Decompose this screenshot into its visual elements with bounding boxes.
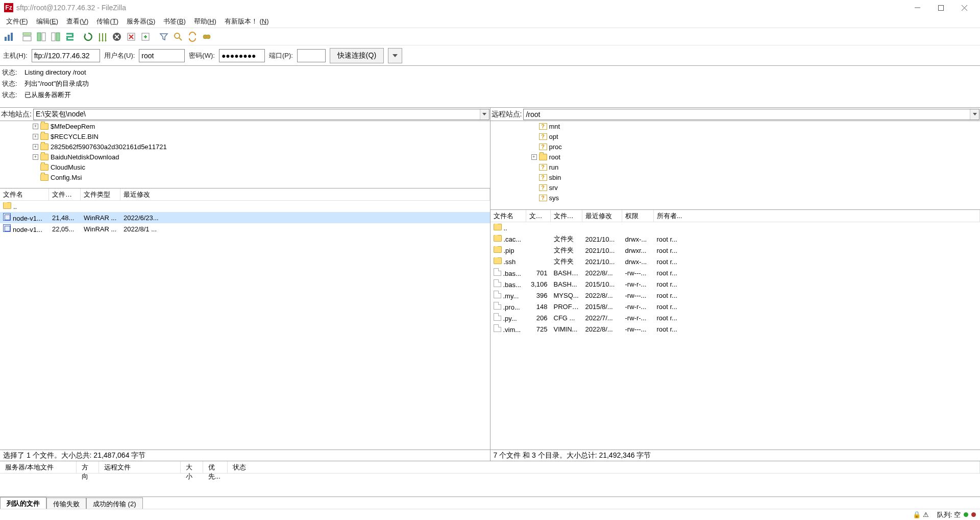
tree-item-label: Config.Msi (51, 174, 82, 181)
qcol-direction[interactable]: 方向 (77, 461, 99, 473)
message-log[interactable]: 状态:Listing directory /root状态:列出"/root"的目… (0, 65, 980, 107)
local-site-path[interactable]: E:\安装包\node\ (34, 110, 480, 119)
file-row[interactable]: node-v1...22,05...WinRAR ...2022/8/1 ... (0, 223, 490, 234)
tree-item[interactable]: ?sbin (491, 172, 981, 182)
qcol-file[interactable]: 服务器/本地文件 (0, 461, 77, 473)
file-row[interactable]: .. (0, 201, 490, 212)
quickconnect-history-button[interactable] (388, 48, 402, 63)
app-logo: Fz (4, 3, 13, 12)
svg-rect-4 (23, 33, 31, 35)
queue-body[interactable] (0, 474, 980, 497)
host-input[interactable] (32, 49, 100, 62)
tree-item[interactable]: CloudMusic (0, 162, 490, 172)
sync-browsing-button[interactable] (186, 30, 199, 43)
file-row[interactable]: node-v1...21,48...WinRAR ...2022/6/23... (0, 212, 490, 223)
expand-icon[interactable]: + (531, 154, 537, 160)
expand-icon[interactable]: + (33, 154, 38, 160)
tree-item[interactable]: +$MfeDeepRem (0, 121, 490, 131)
minimize-button[interactable] (905, 0, 929, 15)
menu-edit[interactable]: 编辑(E) (32, 16, 62, 27)
col-size[interactable]: 文件... (526, 210, 551, 222)
reconnect-button[interactable] (139, 30, 152, 43)
expand-icon[interactable]: + (33, 124, 38, 129)
cancel-button[interactable] (110, 30, 124, 43)
filter-button[interactable] (157, 30, 170, 43)
menu-help[interactable]: 帮助(H) (190, 16, 220, 27)
pass-input[interactable] (219, 49, 265, 62)
site-manager-button[interactable] (2, 30, 15, 43)
file-row[interactable]: .py...206CFG ...2022/7/...-rw-r-...root … (491, 312, 981, 323)
expand-icon[interactable]: + (33, 144, 38, 150)
disconnect-button[interactable] (125, 30, 138, 43)
menu-new-version[interactable]: 有新版本！ (N) (220, 16, 273, 27)
process-queue-button[interactable] (96, 30, 109, 43)
tree-item[interactable]: +BaiduNetdiskDownload (0, 152, 490, 162)
remote-filelist-body[interactable]: ...cac...文件夹2021/10...drwx-...root r....… (491, 222, 981, 450)
tree-item[interactable]: +root (491, 152, 981, 162)
tree-item[interactable]: +$RECYCLE.BIN (0, 131, 490, 141)
toggle-remotetree-button[interactable] (49, 30, 62, 43)
chevron-down-icon[interactable] (480, 109, 489, 120)
menu-bookmark[interactable]: 书签(B) (159, 16, 189, 27)
file-row[interactable]: .pip文件夹2021/10...drwxr...root r... (491, 245, 981, 256)
col-modified[interactable]: 最近修改 (582, 210, 622, 222)
tree-item[interactable]: ?opt (491, 131, 981, 141)
col-modified[interactable]: 最近修改 (120, 188, 490, 200)
file-row[interactable]: .my...396MYSQ...2022/8/...-rw---...root … (491, 290, 981, 301)
col-permissions[interactable]: 权限 (622, 210, 654, 222)
tab-success[interactable]: 成功的传输 (2) (86, 498, 143, 509)
col-name[interactable]: 文件名 (0, 188, 49, 200)
menu-transfer[interactable]: 传输(T) (92, 16, 122, 27)
col-type[interactable]: 文件类型 (81, 188, 120, 200)
tab-queued[interactable]: 列队的文件 (0, 497, 46, 509)
menu-file[interactable]: 文件(F) (2, 16, 32, 27)
svg-rect-5 (23, 36, 31, 41)
file-row[interactable]: .pro...148PROFI...2015/8/...-rw-r-...roo… (491, 301, 981, 312)
tree-item[interactable]: ?run (491, 162, 981, 172)
activity-indicator-1 (964, 512, 968, 517)
tab-failed[interactable]: 传输失败 (46, 498, 86, 509)
qcol-size[interactable]: 大小 (181, 461, 203, 473)
menu-server[interactable]: 服务器(S) (122, 16, 159, 27)
folder-icon (3, 202, 11, 209)
remote-tree[interactable]: ?mnt?opt?proc+root?run?sbin?srv?sys (491, 121, 981, 210)
toggle-localtree-button[interactable] (35, 30, 48, 43)
file-row[interactable]: .bas...3,106BASH...2015/10...-rw-r-...ro… (491, 278, 981, 290)
qcol-status[interactable]: 状态 (228, 461, 980, 473)
tree-item[interactable]: ?sys (491, 193, 981, 203)
refresh-button[interactable] (82, 30, 95, 43)
tree-item[interactable]: ?srv (491, 182, 981, 193)
qcol-priority[interactable]: 优先... (203, 461, 228, 473)
local-tree[interactable]: +$MfeDeepRem+$RECYCLE.BIN+2825b62f590763… (0, 121, 490, 188)
tree-item[interactable]: Config.Msi (0, 172, 490, 182)
file-row[interactable]: .vim...725VIMIN...2022/8/...-rw---...roo… (491, 323, 981, 335)
toggle-log-button[interactable] (20, 30, 34, 43)
user-input[interactable] (139, 49, 185, 62)
col-name[interactable]: 文件名 (491, 210, 526, 222)
remote-site-path[interactable]: /root (524, 110, 970, 119)
local-site-combo[interactable]: E:\安装包\node\ (33, 109, 489, 120)
expand-icon[interactable]: + (33, 134, 38, 139)
qcol-remote-file[interactable]: 远程文件 (99, 461, 181, 473)
port-input[interactable] (297, 49, 326, 62)
quickconnect-button[interactable]: 快速连接(Q) (330, 48, 384, 63)
col-owner[interactable]: 所有者... (654, 210, 981, 222)
search-button[interactable] (200, 30, 213, 43)
close-button[interactable] (952, 0, 976, 15)
remote-site-combo[interactable]: /root (523, 109, 979, 120)
maximize-button[interactable] (929, 0, 952, 15)
file-row[interactable]: .cac...文件夹2021/10...drwx-...root r... (491, 233, 981, 245)
file-row[interactable]: .bas...701BASH_...2022/8/...-rw---...roo… (491, 267, 981, 278)
menu-view[interactable]: 查看(V) (62, 16, 92, 27)
col-type[interactable]: 文件类... (551, 210, 582, 222)
file-row[interactable]: .. (491, 222, 981, 233)
compare-button[interactable] (172, 30, 185, 43)
file-row[interactable]: .ssh文件夹2021/10...drwx-...root r... (491, 256, 981, 267)
tree-item[interactable]: +2825b62f5907630a2d302161d5e11721 (0, 141, 490, 152)
tree-item[interactable]: ?proc (491, 141, 981, 152)
toggle-queue-button[interactable] (63, 30, 77, 43)
tree-item[interactable]: ?mnt (491, 121, 981, 131)
col-size[interactable]: 文件大... (49, 188, 81, 200)
local-filelist-body[interactable]: ..node-v1...21,48...WinRAR ...2022/6/23.… (0, 201, 490, 450)
chevron-down-icon[interactable] (970, 109, 979, 120)
